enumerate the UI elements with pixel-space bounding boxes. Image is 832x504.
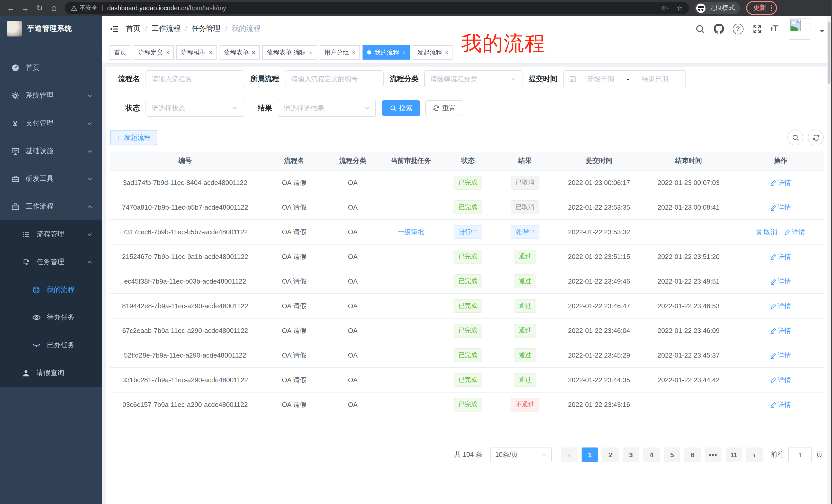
- reload-icon[interactable]: ↻: [33, 1, 46, 15]
- page-button[interactable]: •••: [705, 447, 722, 462]
- browser-menu-icon[interactable]: [771, 5, 772, 11]
- detail-button[interactable]: 详情: [770, 178, 791, 187]
- cancel-button[interactable]: 取消: [756, 227, 777, 236]
- view-tab[interactable]: 流程定义 ×: [134, 45, 174, 60]
- breadcrumb-task-mgmt[interactable]: 任务管理: [192, 24, 220, 33]
- close-icon[interactable]: ×: [352, 50, 356, 55]
- submit-time-range-picker[interactable]: 开始日期 - 结束日期: [563, 71, 686, 87]
- sidebar-item-leave-query[interactable]: 请假查询: [0, 359, 102, 387]
- address-bar[interactable]: 不安全 dashboard.yudao.iocoder.cn/bpm/task/…: [65, 2, 689, 14]
- tab-label: 首页: [114, 48, 127, 57]
- sidebar-item-devtools[interactable]: 研发工具: [0, 165, 102, 193]
- result-tag: 通过: [514, 274, 536, 288]
- refresh-icon: [433, 105, 440, 111]
- detail-button[interactable]: 详情: [770, 400, 791, 409]
- goto-page-input[interactable]: 1: [788, 447, 812, 463]
- search-button[interactable]: 搜索: [382, 100, 420, 116]
- view-tab[interactable]: 流程表单 ×: [219, 45, 260, 60]
- end-date-placeholder[interactable]: 结束日期: [630, 74, 680, 83]
- detail-button[interactable]: 详情: [770, 203, 791, 212]
- detail-button[interactable]: 详情: [770, 252, 791, 261]
- page-button[interactable]: 5: [664, 447, 680, 462]
- fullscreen-icon[interactable]: [752, 24, 762, 34]
- workflow-submenu: 流程管理 任务管理 我的流程 待办任务: [0, 220, 102, 387]
- category-select[interactable]: 请选择流程分类: [424, 71, 522, 87]
- collapse-sidebar-icon[interactable]: [109, 25, 118, 33]
- url-text[interactable]: dashboard.yudao.iocoder.cn/bpm/task/my: [107, 4, 226, 11]
- next-page-button[interactable]: ›: [746, 447, 762, 462]
- create-process-button[interactable]: + 发起流程: [110, 130, 157, 145]
- breadcrumb-workflow[interactable]: 工作流程: [152, 24, 181, 33]
- cell-process-name: OA 请假: [260, 400, 328, 409]
- view-tab[interactable]: 流程模型 ×: [177, 45, 217, 60]
- page-button[interactable]: 1: [581, 447, 598, 462]
- back-icon[interactable]: ←: [4, 1, 18, 15]
- header-search-icon[interactable]: [695, 24, 705, 34]
- result-select[interactable]: 请选择流结果: [278, 100, 376, 117]
- security-label[interactable]: 不安全: [80, 4, 98, 12]
- reset-button[interactable]: 重置: [425, 100, 463, 116]
- sidebar-item-todo-tasks[interactable]: 待办任务: [0, 304, 102, 331]
- page-button[interactable]: 4: [643, 447, 660, 462]
- scrollbar-thumb[interactable]: [828, 22, 830, 84]
- close-icon[interactable]: ×: [252, 50, 255, 55]
- github-icon[interactable]: [713, 24, 724, 34]
- view-tab[interactable]: 用户分组 ×: [320, 45, 360, 60]
- page-button[interactable]: 6: [684, 447, 701, 462]
- page-button[interactable]: 11: [726, 447, 742, 462]
- detail-button[interactable]: 详情: [784, 227, 805, 236]
- cell-id: 52ffd28e-7b9a-11ec-a290-acde48001122: [110, 352, 260, 359]
- cell-submit-time: 2022-01-22 23:53:32: [558, 228, 640, 236]
- bookmark-star-icon[interactable]: ☆: [676, 4, 683, 12]
- gear-icon: [11, 92, 20, 100]
- toggle-search-button[interactable]: [787, 130, 803, 145]
- refresh-table-button[interactable]: [808, 130, 824, 145]
- sidebar-item-payment[interactable]: ¥ 支付管理: [0, 109, 102, 137]
- close-icon[interactable]: ×: [309, 50, 313, 55]
- sidebar-item-system[interactable]: 系统管理: [0, 82, 102, 109]
- process-name-input[interactable]: 请输入流程名: [146, 71, 244, 87]
- update-browser-button[interactable]: 更新: [746, 1, 777, 15]
- view-tab[interactable]: 流程表单-编辑 ×: [262, 45, 317, 60]
- breadcrumb-home[interactable]: 首页: [126, 24, 140, 33]
- view-tab[interactable]: 首页: [109, 45, 131, 60]
- detail-button[interactable]: 详情: [770, 375, 791, 385]
- detail-button[interactable]: 详情: [770, 326, 791, 335]
- app-logo[interactable]: 芋道管理系统: [0, 16, 102, 41]
- sidebar-item-task-mgmt[interactable]: 任务管理: [0, 248, 102, 276]
- start-date-placeholder[interactable]: 开始日期: [576, 74, 626, 83]
- avatar-dropdown-caret-icon[interactable]: [820, 30, 824, 34]
- page-scrollbar[interactable]: [827, 16, 831, 504]
- close-icon[interactable]: ×: [402, 50, 406, 55]
- page-button[interactable]: 3: [623, 447, 639, 462]
- forward-icon[interactable]: →: [19, 1, 32, 15]
- page-button[interactable]: 2: [602, 447, 619, 462]
- home-icon[interactable]: ⌂: [47, 1, 61, 15]
- close-icon[interactable]: ×: [445, 50, 448, 55]
- prev-page-button[interactable]: ‹: [561, 447, 577, 462]
- sidebar-item-infrastructure[interactable]: 基础设施: [0, 137, 102, 165]
- page-size-select[interactable]: 10条/页: [490, 447, 552, 463]
- robot-icon: [32, 286, 41, 294]
- edit-pen-icon: [770, 328, 776, 334]
- view-tab[interactable]: 我的流程 ×: [363, 45, 410, 60]
- status-select[interactable]: 请选择状态: [146, 100, 244, 117]
- sidebar-item-done-tasks[interactable]: 已办任务: [0, 331, 102, 359]
- avatar[interactable]: [789, 18, 810, 39]
- view-tab[interactable]: 发起流程 ×: [413, 45, 453, 60]
- help-icon[interactable]: ?: [732, 23, 743, 34]
- detail-button[interactable]: 详情: [770, 351, 791, 360]
- sidebar-item-workflow[interactable]: 工作流程: [0, 193, 102, 220]
- list-icon: [22, 231, 30, 238]
- detail-button[interactable]: 详情: [770, 301, 791, 311]
- sidebar-item-my-process[interactable]: 我的流程: [0, 276, 102, 304]
- detail-button[interactable]: 详情: [770, 277, 791, 286]
- process-definition-input[interactable]: 请输入流程定义的编号: [285, 71, 384, 87]
- current-task-link[interactable]: 一级审批: [397, 227, 424, 236]
- sidebar-item-process-mgmt[interactable]: 流程管理: [0, 220, 102, 248]
- password-key-icon[interactable]: [661, 4, 669, 12]
- font-size-icon[interactable]: tT: [771, 24, 778, 34]
- sidebar-item-home[interactable]: 首页: [0, 54, 102, 82]
- close-icon[interactable]: ×: [166, 50, 170, 55]
- close-icon[interactable]: ×: [209, 50, 212, 55]
